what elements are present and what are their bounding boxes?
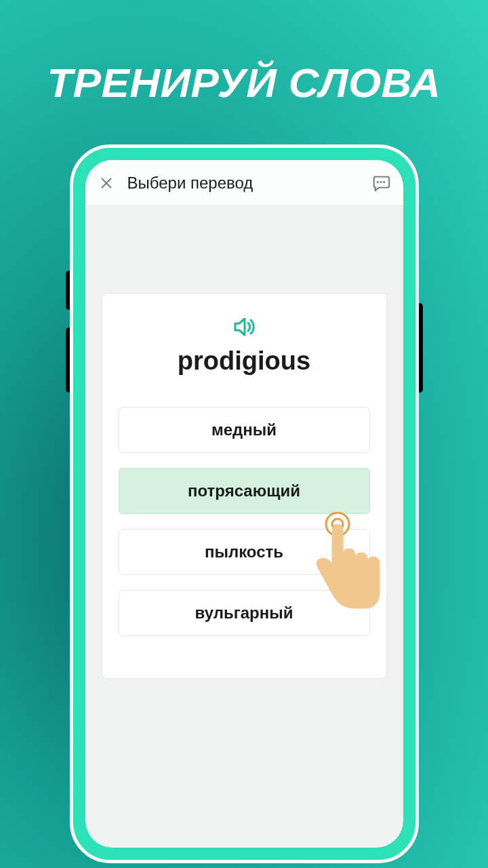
hero-title: ТРЕНИРУЙ СЛОВА xyxy=(47,60,441,106)
quiz-card: prodigious медный потрясающий пылкость в… xyxy=(102,293,387,679)
option-button[interactable]: потрясающий xyxy=(119,468,370,514)
svg-point-0 xyxy=(376,181,378,183)
chat-icon[interactable] xyxy=(371,173,391,193)
app-bar: Выбери перевод xyxy=(85,160,403,206)
phone-mockup: Выбери перевод xyxy=(70,144,419,863)
promo-background: ТРЕНИРУЙ СЛОВА Выбери перевод xyxy=(0,0,488,868)
option-button[interactable]: пылкость xyxy=(119,529,370,575)
close-icon[interactable] xyxy=(98,174,115,192)
quiz-word: prodigious xyxy=(119,347,370,376)
svg-point-1 xyxy=(380,181,382,183)
phone-shell: Выбери перевод xyxy=(70,144,419,863)
svg-point-2 xyxy=(383,181,385,183)
option-button[interactable]: вульгарный xyxy=(119,590,370,636)
phone-screen: Выбери перевод xyxy=(85,160,403,848)
app-content: prodigious медный потрясающий пылкость в… xyxy=(85,206,403,695)
option-button[interactable]: медный xyxy=(119,407,370,453)
app-bar-title: Выбери перевод xyxy=(127,174,359,193)
svg-point-4 xyxy=(332,519,343,530)
speaker-icon[interactable] xyxy=(230,313,258,341)
